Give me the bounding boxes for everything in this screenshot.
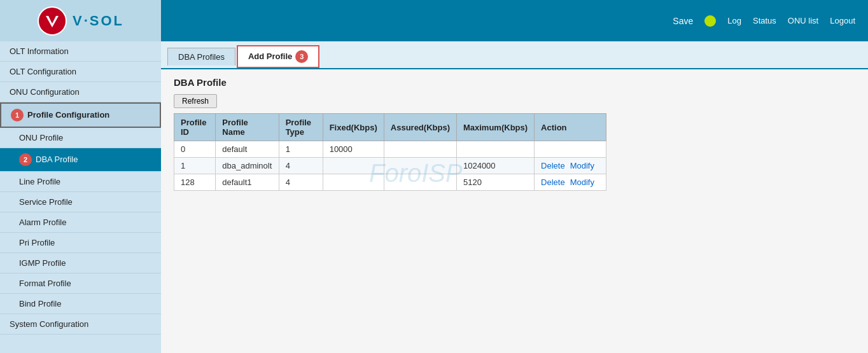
col-header-profile-id: Profile ID bbox=[174, 114, 216, 141]
cell-row1-col4 bbox=[384, 158, 456, 174]
sidebar-item-alarm-profile[interactable]: Alarm Profile bbox=[0, 212, 161, 233]
sidebar-item-format-profile[interactable]: Format Profile bbox=[0, 273, 161, 294]
content-area: DBA Profile Refresh Profile ID Profile N… bbox=[161, 69, 868, 198]
sidebar-item-onu-profile[interactable]: ONU Profile bbox=[0, 128, 161, 148]
main-content: DBA Profiles Add Profile3 DBA Profile Re… bbox=[161, 41, 868, 353]
cell-row1-col5: 1024000 bbox=[456, 158, 534, 174]
profile-config-badge: 1 bbox=[11, 109, 24, 121]
cell-row2-col5: 5120 bbox=[456, 174, 534, 191]
col-header-action: Action bbox=[535, 114, 606, 141]
sidebar-item-sys-config[interactable]: System Configuration bbox=[0, 314, 161, 335]
delete-link-row2[interactable]: Delete bbox=[541, 177, 565, 187]
sidebar: OLT Information OLT Configuration ONU Co… bbox=[0, 41, 161, 353]
cell-row2-col1: default1 bbox=[216, 174, 279, 191]
logout-link[interactable]: Logout bbox=[830, 16, 855, 25]
col-header-maximum-kbps: Maximum(Kbps) bbox=[456, 114, 534, 141]
sidebar-item-onu-config[interactable]: ONU Configuration bbox=[0, 82, 161, 102]
table-row: 0default110000 bbox=[174, 141, 606, 158]
tabs-bar: DBA Profiles Add Profile3 bbox=[161, 41, 868, 69]
onu-list-link[interactable]: ONU list bbox=[788, 16, 818, 25]
sidebar-item-olt-info[interactable]: OLT Information bbox=[0, 41, 161, 62]
cell-row1-col0: 1 bbox=[174, 158, 216, 174]
sidebar-item-profile-config[interactable]: 1Profile Configuration bbox=[0, 102, 161, 128]
vsol-logo-icon bbox=[37, 6, 67, 36]
modify-link-row2[interactable]: Modify bbox=[570, 177, 594, 187]
cell-row0-col1: default bbox=[216, 141, 279, 158]
delete-link-row1[interactable]: Delete bbox=[541, 161, 565, 170]
cell-row0-col2: 1 bbox=[279, 141, 323, 158]
sidebar-item-bind-profile[interactable]: Bind Profile bbox=[0, 294, 161, 314]
sidebar-item-igmp-profile[interactable]: IGMP Profile bbox=[0, 253, 161, 273]
dba-profile-badge: 2 bbox=[19, 153, 32, 166]
page-title: DBA Profile bbox=[174, 77, 855, 88]
tab-dba-profiles[interactable]: DBA Profiles bbox=[167, 48, 235, 66]
cell-row2-actions: DeleteModify bbox=[535, 174, 606, 191]
sidebar-item-service-profile[interactable]: Service Profile bbox=[0, 192, 161, 212]
cell-row1-col2: 4 bbox=[279, 158, 323, 174]
col-header-profile-type: Profile Type bbox=[279, 114, 323, 141]
sidebar-item-olt-config[interactable]: OLT Configuration bbox=[0, 62, 161, 82]
cell-row0-actions bbox=[535, 141, 606, 158]
log-link[interactable]: Log bbox=[727, 16, 741, 25]
tab-add-profile[interactable]: Add Profile3 bbox=[237, 45, 319, 68]
status-indicator bbox=[704, 15, 716, 27]
table-row: 128default145120DeleteModify bbox=[174, 174, 606, 191]
cell-row0-col5 bbox=[456, 141, 534, 158]
cell-row1-actions: DeleteModify bbox=[535, 158, 606, 174]
sidebar-item-line-profile[interactable]: Line Profile bbox=[0, 172, 161, 192]
cell-row0-col3: 10000 bbox=[323, 141, 384, 158]
save-button[interactable]: Save bbox=[673, 16, 693, 26]
cell-row0-col0: 0 bbox=[174, 141, 216, 158]
cell-row1-col3 bbox=[323, 158, 384, 174]
col-header-assured-kbps: Assured(Kbps) bbox=[384, 114, 456, 141]
refresh-button[interactable]: Refresh bbox=[174, 94, 217, 108]
cell-row2-col4 bbox=[384, 174, 456, 191]
cell-row2-col3 bbox=[323, 174, 384, 191]
cell-row2-col0: 128 bbox=[174, 174, 216, 191]
dba-profile-table: Profile ID Profile Name Profile Type Fix… bbox=[174, 113, 606, 191]
modify-link-row1[interactable]: Modify bbox=[570, 161, 594, 170]
status-link[interactable]: Status bbox=[753, 16, 776, 25]
sidebar-item-dba-profile[interactable]: 2DBA Profile bbox=[0, 148, 161, 172]
cell-row0-col4 bbox=[384, 141, 456, 158]
cell-row2-col2: 4 bbox=[279, 174, 323, 191]
table-row: 1dba_adminolt41024000DeleteModify bbox=[174, 158, 606, 174]
logo-area: V·SOL bbox=[0, 0, 161, 41]
sidebar-item-pri-profile[interactable]: Pri Profile bbox=[0, 233, 161, 253]
add-profile-badge: 3 bbox=[295, 50, 308, 63]
logo-text: V·SOL bbox=[73, 13, 124, 29]
col-header-fixed-kbps: Fixed(Kbps) bbox=[323, 114, 384, 141]
cell-row1-col1: dba_adminolt bbox=[216, 158, 279, 174]
col-header-profile-name: Profile Name bbox=[216, 114, 279, 141]
